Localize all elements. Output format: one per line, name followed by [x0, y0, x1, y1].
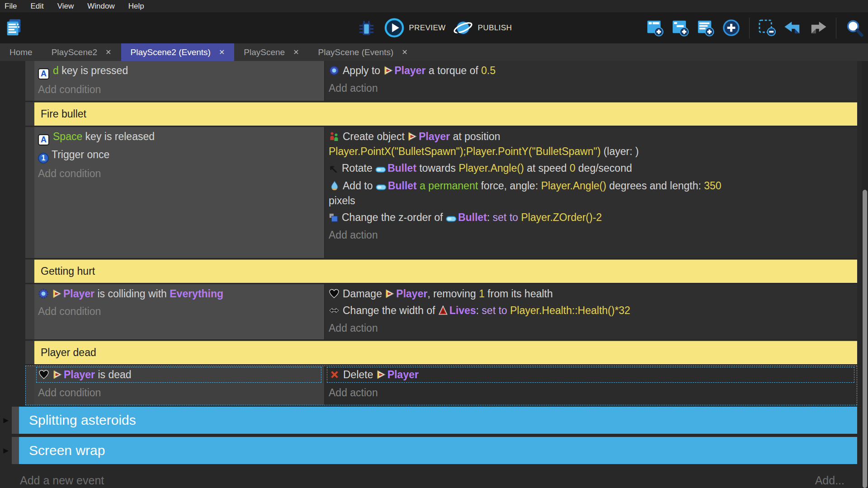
- force-icon: [329, 180, 340, 191]
- action-change-width[interactable]: Change the width of Lives: set to Player…: [329, 303, 853, 318]
- menu-edit[interactable]: Edit: [24, 2, 50, 11]
- add-other-event-button[interactable]: [722, 18, 741, 38]
- tab-close-icon[interactable]: ✕: [401, 48, 407, 56]
- keyboard-key-icon: A: [38, 134, 49, 145]
- group-collapse-arrow[interactable]: ▶: [0, 437, 12, 464]
- project-manager-icon[interactable]: [5, 18, 24, 37]
- delete-selection-button[interactable]: [758, 18, 777, 38]
- heart-icon: [329, 288, 340, 299]
- menu-help[interactable]: Help: [122, 2, 151, 11]
- group-splitting-asteroids[interactable]: Splitting asteroids: [19, 407, 857, 434]
- delete-cross-icon: [329, 369, 340, 380]
- add-condition-link[interactable]: Add condition: [38, 304, 320, 319]
- preview-play-icon: [384, 18, 405, 38]
- search-button[interactable]: [844, 18, 864, 38]
- publish-button[interactable]: PUBLISH: [453, 18, 512, 38]
- redo-button[interactable]: [808, 18, 828, 38]
- comment-player-dead[interactable]: Player dead: [34, 341, 857, 364]
- tab-playscene2[interactable]: PlayScene2 ✕: [42, 43, 121, 61]
- condition-trigger-once[interactable]: 1Trigger once: [38, 147, 320, 164]
- vertical-scrollbar[interactable]: [862, 61, 868, 488]
- action-add-force[interactable]: Add to Bullet a permanent force, angle: …: [329, 178, 853, 208]
- keyboard-key-icon: A: [38, 68, 49, 80]
- group-collapse-arrow[interactable]: ▶: [0, 407, 12, 434]
- event-drag-handle[interactable]: [25, 61, 34, 101]
- search-icon: [844, 18, 864, 38]
- add-comment-icon: [696, 18, 716, 38]
- comment-row-getting-hurt: Getting hurt: [25, 259, 857, 283]
- add-condition-link[interactable]: Add condition: [38, 166, 320, 181]
- add-action-link[interactable]: Add action: [329, 228, 853, 243]
- condition-key-pressed[interactable]: Ad key is pressed: [38, 63, 320, 80]
- action-rotate-bullet[interactable]: ↖Rotate Bullet towards Player.Angle() at…: [329, 161, 853, 177]
- action-change-zorder[interactable]: Change the z-order of Bullet: set to Pla…: [329, 210, 853, 225]
- tab-close-icon[interactable]: ✕: [105, 48, 111, 56]
- actions-cell[interactable]: Create object Player at positionPlayer.P…: [324, 127, 857, 258]
- bullet-object-icon: [375, 166, 386, 173]
- comment-getting-hurt[interactable]: Getting hurt: [34, 259, 857, 283]
- action-apply-torque[interactable]: Apply to Player a torque of 0.5: [329, 63, 853, 78]
- physics-icon: [329, 65, 340, 76]
- add-button[interactable]: Add...: [815, 474, 844, 487]
- conditions-cell[interactable]: Player is dead Add condition: [34, 366, 324, 405]
- event-row-torque: Ad key is pressed Add condition Apply to…: [25, 61, 857, 101]
- event-drag-handle[interactable]: [12, 437, 19, 464]
- group-screen-wrap[interactable]: Screen wrap: [19, 437, 857, 464]
- condition-space-released[interactable]: ASpace key is released: [38, 129, 320, 145]
- add-event-icon: [646, 18, 665, 38]
- menu-file[interactable]: File: [0, 2, 24, 11]
- add-subevent-button[interactable]: [671, 18, 690, 38]
- actions-cell[interactable]: Damage Player, removing 1 from its healt…: [324, 284, 857, 339]
- conditions-cell[interactable]: Ad key is pressed Add condition: [34, 61, 324, 101]
- add-new-event-button[interactable]: Add a new event: [20, 474, 104, 487]
- tab-playscene[interactable]: PlayScene ✕: [234, 43, 308, 61]
- condition-player-is-dead[interactable]: Player is dead: [36, 367, 321, 383]
- add-action-link[interactable]: Add action: [329, 385, 853, 400]
- conditions-cell[interactable]: Player is colliding with Everything Add …: [34, 284, 324, 339]
- event-drag-handle[interactable]: [25, 366, 34, 405]
- undo-button[interactable]: [783, 18, 802, 38]
- tab-playscene2-events[interactable]: PlayScene2 (Events) ✕: [121, 43, 235, 61]
- tab-close-icon[interactable]: ✕: [293, 48, 299, 56]
- scrollbar-thumb[interactable]: [863, 190, 867, 488]
- preview-button[interactable]: PREVIEW: [384, 18, 446, 38]
- event-drag-handle[interactable]: [25, 341, 34, 364]
- player-object-ref: Player: [385, 288, 427, 300]
- add-action-link[interactable]: Add action: [329, 321, 853, 336]
- tab-home[interactable]: Home: [0, 43, 42, 61]
- add-condition-link[interactable]: Add condition: [38, 82, 320, 97]
- add-event-button[interactable]: [646, 18, 665, 38]
- conditions-cell[interactable]: ASpace key is released 1Trigger once Add…: [34, 127, 324, 258]
- event-drag-handle[interactable]: [25, 284, 34, 339]
- debugger-icon[interactable]: [356, 18, 377, 38]
- add-comment-button[interactable]: [696, 18, 716, 38]
- event-row-player-dead: Player is dead Add condition Delete Play…: [25, 366, 857, 405]
- actions-cell[interactable]: Delete Player Add action: [324, 366, 857, 405]
- player-object-ref: Player: [407, 131, 450, 142]
- event-drag-handle[interactable]: [25, 127, 34, 258]
- comment-fire-bullet[interactable]: Fire bullet: [34, 102, 857, 126]
- player-object-icon: [52, 289, 62, 299]
- tab-playscene-events[interactable]: PlayScene (Events) ✕: [309, 43, 417, 61]
- add-subevent-icon: [671, 18, 690, 38]
- menu-window[interactable]: Window: [80, 2, 121, 11]
- action-create-object[interactable]: Create object Player at positionPlayer.P…: [329, 129, 853, 159]
- add-action-link[interactable]: Add action: [329, 81, 853, 96]
- event-drag-handle[interactable]: [25, 259, 34, 283]
- player-object-icon: [383, 66, 393, 75]
- tab-label: PlayScene2: [52, 47, 97, 57]
- lives-object-ref: Lives: [438, 305, 476, 316]
- actions-cell[interactable]: Apply to Player a torque of 0.5 Add acti…: [324, 61, 857, 101]
- z-order-icon: [329, 213, 339, 223]
- event-drag-handle[interactable]: [25, 102, 34, 126]
- heart-icon: [38, 369, 49, 380]
- add-condition-link[interactable]: Add condition: [38, 385, 320, 400]
- tab-label: PlayScene: [244, 47, 285, 57]
- event-drag-handle[interactable]: [12, 407, 19, 434]
- tab-close-icon[interactable]: ✕: [219, 48, 225, 56]
- width-arrows-icon: [329, 305, 340, 316]
- action-damage-player[interactable]: Damage Player, removing 1 from its healt…: [329, 286, 853, 301]
- menu-view[interactable]: View: [51, 2, 81, 11]
- condition-collision[interactable]: Player is colliding with Everything: [38, 286, 320, 301]
- action-delete-player[interactable]: Delete Player: [327, 367, 854, 383]
